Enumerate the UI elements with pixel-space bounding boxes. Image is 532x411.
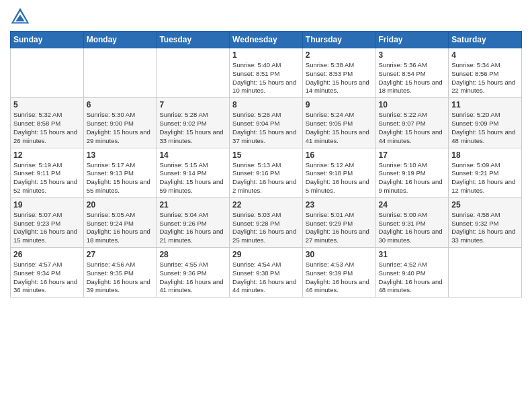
weekday-header-friday: Friday: [375, 32, 449, 48]
day-cell-15: 15Sunrise: 5:13 AM Sunset: 9:16 PM Dayli…: [230, 148, 303, 197]
day-number: 9: [306, 100, 373, 109]
day-number: 12: [13, 150, 81, 160]
logo: [10, 7, 32, 27]
day-cell-8: 8Sunrise: 5:26 AM Sunset: 9:04 PM Daylig…: [230, 98, 303, 148]
day-info: Sunrise: 5:34 AM Sunset: 8:56 PM Dayligh…: [451, 61, 519, 95]
weekday-header-tuesday: Tuesday: [157, 32, 230, 48]
day-cell-19: 19Sunrise: 5:07 AM Sunset: 9:23 PM Dayli…: [11, 197, 84, 247]
day-number: 6: [87, 100, 154, 109]
day-cell-27: 27Sunrise: 4:56 AM Sunset: 9:35 PM Dayli…: [83, 248, 157, 298]
weekday-header-monday: Monday: [83, 32, 157, 48]
day-info: Sunrise: 5:09 AM Sunset: 9:21 PM Dayligh…: [451, 161, 519, 195]
day-number: 13: [87, 150, 154, 160]
day-number: 19: [13, 200, 81, 210]
day-info: Sunrise: 5:36 AM Sunset: 8:54 PM Dayligh…: [379, 61, 446, 95]
weekday-header-sunday: Sunday: [11, 32, 84, 48]
day-number: 30: [306, 250, 373, 259]
day-info: Sunrise: 4:55 AM Sunset: 9:36 PM Dayligh…: [159, 261, 226, 295]
day-cell-18: 18Sunrise: 5:09 AM Sunset: 9:21 PM Dayli…: [449, 148, 522, 197]
empty-cell: [449, 248, 522, 298]
day-number: 25: [451, 200, 519, 210]
week-row-3: 12Sunrise: 5:19 AM Sunset: 9:11 PM Dayli…: [11, 148, 522, 197]
day-info: Sunrise: 5:19 AM Sunset: 9:11 PM Dayligh…: [13, 161, 81, 195]
day-number: 18: [451, 150, 519, 160]
day-info: Sunrise: 5:20 AM Sunset: 9:09 PM Dayligh…: [451, 111, 519, 145]
day-info: Sunrise: 5:22 AM Sunset: 9:07 PM Dayligh…: [379, 111, 446, 145]
day-cell-14: 14Sunrise: 5:15 AM Sunset: 9:14 PM Dayli…: [157, 148, 230, 197]
weekday-header-row: SundayMondayTuesdayWednesdayThursdayFrid…: [11, 32, 522, 48]
day-cell-29: 29Sunrise: 4:54 AM Sunset: 9:38 PM Dayli…: [230, 248, 303, 298]
day-cell-28: 28Sunrise: 4:55 AM Sunset: 9:36 PM Dayli…: [157, 248, 230, 298]
day-info: Sunrise: 5:17 AM Sunset: 9:13 PM Dayligh…: [87, 161, 154, 195]
day-cell-7: 7Sunrise: 5:28 AM Sunset: 9:02 PM Daylig…: [157, 98, 230, 148]
day-number: 24: [379, 200, 446, 210]
page: SundayMondayTuesdayWednesdayThursdayFrid…: [0, 0, 532, 304]
weekday-header-saturday: Saturday: [449, 32, 522, 48]
day-info: Sunrise: 5:30 AM Sunset: 9:00 PM Dayligh…: [87, 111, 154, 145]
day-info: Sunrise: 5:40 AM Sunset: 8:51 PM Dayligh…: [232, 61, 300, 95]
day-info: Sunrise: 4:57 AM Sunset: 9:34 PM Dayligh…: [13, 261, 81, 295]
empty-cell: [157, 48, 230, 98]
day-number: 23: [306, 200, 373, 210]
day-cell-1: 1Sunrise: 5:40 AM Sunset: 8:51 PM Daylig…: [230, 48, 303, 98]
day-number: 7: [159, 100, 226, 109]
day-info: Sunrise: 5:03 AM Sunset: 9:28 PM Dayligh…: [232, 211, 300, 245]
day-cell-25: 25Sunrise: 4:58 AM Sunset: 9:32 PM Dayli…: [449, 197, 522, 247]
day-number: 17: [379, 150, 446, 160]
day-number: 11: [451, 100, 519, 109]
day-info: Sunrise: 4:52 AM Sunset: 9:40 PM Dayligh…: [379, 261, 446, 295]
week-row-4: 19Sunrise: 5:07 AM Sunset: 9:23 PM Dayli…: [11, 197, 522, 247]
day-number: 20: [87, 200, 154, 210]
day-number: 10: [379, 100, 446, 109]
day-cell-4: 4Sunrise: 5:34 AM Sunset: 8:56 PM Daylig…: [449, 48, 522, 98]
day-number: 31: [379, 250, 446, 259]
day-number: 27: [87, 250, 154, 259]
day-cell-24: 24Sunrise: 5:00 AM Sunset: 9:31 PM Dayli…: [375, 197, 449, 247]
day-cell-13: 13Sunrise: 5:17 AM Sunset: 9:13 PM Dayli…: [83, 148, 157, 197]
week-row-1: 1Sunrise: 5:40 AM Sunset: 8:51 PM Daylig…: [11, 48, 522, 98]
day-info: Sunrise: 4:53 AM Sunset: 9:39 PM Dayligh…: [306, 261, 373, 295]
day-cell-31: 31Sunrise: 4:52 AM Sunset: 9:40 PM Dayli…: [375, 248, 449, 298]
day-number: 4: [451, 50, 519, 60]
empty-cell: [83, 48, 157, 98]
header: [10, 7, 522, 27]
day-number: 29: [232, 250, 300, 259]
week-row-2: 5Sunrise: 5:32 AM Sunset: 8:58 PM Daylig…: [11, 98, 522, 148]
weekday-header-thursday: Thursday: [302, 32, 375, 48]
day-cell-10: 10Sunrise: 5:22 AM Sunset: 9:07 PM Dayli…: [375, 98, 449, 148]
day-cell-23: 23Sunrise: 5:01 AM Sunset: 9:29 PM Dayli…: [302, 197, 375, 247]
day-cell-6: 6Sunrise: 5:30 AM Sunset: 9:00 PM Daylig…: [83, 98, 157, 148]
day-number: 3: [379, 50, 446, 60]
day-info: Sunrise: 5:10 AM Sunset: 9:19 PM Dayligh…: [379, 161, 446, 195]
day-cell-17: 17Sunrise: 5:10 AM Sunset: 9:19 PM Dayli…: [375, 148, 449, 197]
day-cell-20: 20Sunrise: 5:05 AM Sunset: 9:24 PM Dayli…: [83, 197, 157, 247]
calendar-table: SundayMondayTuesdayWednesdayThursdayFrid…: [10, 31, 522, 298]
empty-cell: [11, 48, 84, 98]
logo-icon: [10, 7, 30, 27]
day-info: Sunrise: 5:38 AM Sunset: 8:53 PM Dayligh…: [306, 61, 373, 95]
day-cell-22: 22Sunrise: 5:03 AM Sunset: 9:28 PM Dayli…: [230, 197, 303, 247]
day-info: Sunrise: 4:58 AM Sunset: 9:32 PM Dayligh…: [451, 211, 519, 245]
day-info: Sunrise: 5:05 AM Sunset: 9:24 PM Dayligh…: [87, 211, 154, 245]
day-cell-2: 2Sunrise: 5:38 AM Sunset: 8:53 PM Daylig…: [302, 48, 375, 98]
day-info: Sunrise: 5:26 AM Sunset: 9:04 PM Dayligh…: [232, 111, 300, 145]
day-number: 16: [306, 150, 373, 160]
day-cell-16: 16Sunrise: 5:12 AM Sunset: 9:18 PM Dayli…: [302, 148, 375, 197]
day-info: Sunrise: 5:12 AM Sunset: 9:18 PM Dayligh…: [306, 161, 373, 195]
day-number: 21: [159, 200, 226, 210]
day-cell-26: 26Sunrise: 4:57 AM Sunset: 9:34 PM Dayli…: [11, 248, 84, 298]
day-cell-21: 21Sunrise: 5:04 AM Sunset: 9:26 PM Dayli…: [157, 197, 230, 247]
day-number: 22: [232, 200, 300, 210]
day-info: Sunrise: 5:24 AM Sunset: 9:05 PM Dayligh…: [306, 111, 373, 145]
day-number: 26: [13, 250, 81, 259]
day-info: Sunrise: 5:00 AM Sunset: 9:31 PM Dayligh…: [379, 211, 446, 245]
day-cell-12: 12Sunrise: 5:19 AM Sunset: 9:11 PM Dayli…: [11, 148, 84, 197]
day-cell-5: 5Sunrise: 5:32 AM Sunset: 8:58 PM Daylig…: [11, 98, 84, 148]
day-info: Sunrise: 5:15 AM Sunset: 9:14 PM Dayligh…: [159, 161, 226, 195]
week-row-5: 26Sunrise: 4:57 AM Sunset: 9:34 PM Dayli…: [11, 248, 522, 298]
day-number: 28: [159, 250, 226, 259]
day-cell-9: 9Sunrise: 5:24 AM Sunset: 9:05 PM Daylig…: [302, 98, 375, 148]
day-number: 1: [232, 50, 300, 60]
day-cell-11: 11Sunrise: 5:20 AM Sunset: 9:09 PM Dayli…: [449, 98, 522, 148]
day-info: Sunrise: 5:04 AM Sunset: 9:26 PM Dayligh…: [159, 211, 226, 245]
